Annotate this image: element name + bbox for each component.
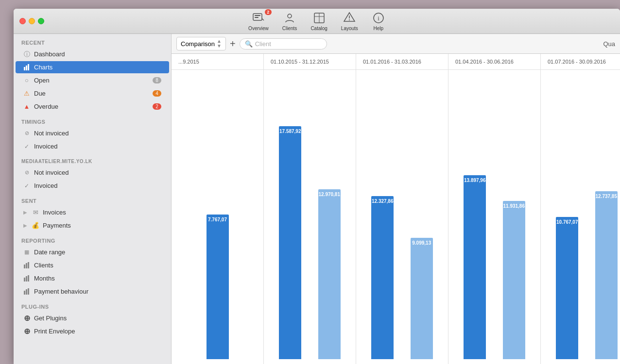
svg-rect-19 [24, 291, 25, 295]
maximize-button[interactable] [38, 18, 44, 24]
bar-0-0: 7.767,07 [207, 75, 229, 359]
toolbar-item-clients[interactable]: Clients [282, 11, 297, 31]
bar-value-2-0: 12.327,86 [372, 199, 394, 204]
svg-rect-15 [28, 262, 29, 268]
comparison-dropdown[interactable]: Comparison ▲▼ [176, 37, 226, 50]
svg-rect-14 [26, 263, 27, 268]
due-label: Due [34, 90, 46, 97]
main-toolbar: 2 Overview Clients [248, 11, 385, 31]
overview-icon [252, 11, 265, 25]
plugins-section-label: PLUG-INS [14, 298, 171, 312]
catalog-icon [312, 11, 326, 25]
bar-1-0: 17.587,92 [279, 75, 301, 359]
bar-2-0: 12.327,86 [371, 75, 394, 359]
layouts-label: Layouts [341, 26, 358, 31]
invoiced-timings-label: Invoiced [34, 143, 57, 150]
traffic-lights [19, 18, 44, 24]
chart-header-2: 01.01.2016 - 31.03.2016 [356, 54, 448, 69]
months-icon [23, 275, 30, 282]
invoiced-timings-icon: ✓ [23, 143, 30, 150]
svg-rect-1 [255, 15, 260, 16]
chart-header-3: 01.04.2016 - 30.06.2016 [448, 54, 541, 69]
svg-rect-10 [24, 67, 25, 70]
chart-body: 7.767,0717.587,9212.970,8112.327,869.099… [172, 70, 620, 364]
sidebar-item-not-invoiced-timings[interactable]: ⊘ Not invoiced [16, 127, 169, 139]
minimize-button[interactable] [29, 18, 35, 24]
bar-1-1: 12.970,81 [318, 75, 341, 359]
payment-behaviour-icon [23, 288, 30, 295]
bar-fill-2-1: 9.099,13 [411, 238, 433, 359]
sidebar-item-invoices[interactable]: ▶ ✉ Invoices [16, 206, 169, 218]
chart-icon [23, 64, 30, 71]
overdue-badge: 2 [153, 103, 161, 110]
chart-header-4: 01.07.2016 - 30.09.2016 [541, 54, 620, 69]
sidebar-item-charts[interactable]: Charts [16, 61, 169, 73]
info-icon: ⓘ [23, 51, 30, 58]
close-button[interactable] [19, 18, 26, 24]
bar-value-1-1: 12.970,81 [319, 192, 341, 197]
help-icon: i [372, 11, 385, 25]
clients-label: Clients [282, 26, 297, 31]
not-invoiced-client-label: Not invoiced [34, 169, 69, 176]
overdue-label: Overdue [34, 103, 58, 110]
chart-column-2: 12.327,869.099,13 [356, 70, 448, 364]
sidebar-item-payments[interactable]: ▶ 💰 Payments [16, 219, 169, 232]
bar-fill-3-1: 11.931,86 [503, 201, 525, 359]
payment-behaviour-label: Payment behaviour [34, 288, 88, 295]
layouts-icon [343, 11, 356, 25]
toolbar-item-layouts[interactable]: Layouts [341, 11, 358, 31]
sidebar-item-print-envelope[interactable]: ⊕ Print Envelope [16, 325, 169, 337]
charts-label: Charts [34, 64, 52, 71]
sidebar-item-get-plugins[interactable]: ⊕ Get Plugins [16, 312, 169, 324]
sidebar-item-due[interactable]: ⚠ Due 4 [16, 87, 169, 99]
sidebar-item-clients[interactable]: Clients [16, 259, 169, 271]
sidebar-item-payment-behaviour[interactable]: Payment behaviour [16, 285, 169, 298]
print-envelope-icon: ⊕ [23, 328, 30, 335]
content-area: Comparison ▲▼ + 🔍 Client Qua ...9.201501… [172, 34, 620, 364]
bar-fill-3-0: 13.897,96 [464, 175, 486, 359]
sidebar-item-not-invoiced-client[interactable]: ⊘ Not invoiced [16, 166, 169, 179]
bar-value-1-0: 17.587,92 [279, 129, 301, 134]
svg-point-3 [288, 14, 292, 18]
sidebar-item-dashboard[interactable]: ⓘ Dashboard [16, 48, 169, 60]
svg-rect-2 [255, 17, 258, 18]
svg-rect-16 [24, 278, 25, 281]
print-envelope-label: Print Envelope [34, 328, 75, 335]
svg-rect-17 [26, 276, 27, 281]
sidebar-item-invoiced-timings[interactable]: ✓ Invoiced [16, 140, 169, 152]
toolbar-item-catalog[interactable]: Catalog [310, 11, 327, 31]
toolbar-item-help[interactable]: i Help [372, 11, 385, 31]
search-icon: 🔍 [245, 40, 253, 48]
add-comparison-button[interactable]: + [230, 39, 236, 49]
dashboard-label: Dashboard [34, 50, 65, 58]
bar-2-1: 9.099,13 [411, 75, 433, 359]
date-range-label: Date range [34, 248, 65, 256]
sidebar-item-months[interactable]: Months [16, 272, 169, 284]
clients-reporting-label: Clients [34, 262, 53, 269]
not-invoiced-timings-label: Not invoiced [34, 130, 69, 137]
app-window: 2 Overview Clients [14, 9, 620, 364]
sidebar-item-open[interactable]: ○ Open 8 [16, 74, 169, 86]
client-section-label: MEDIAATELIER.MITE.YO.LK [14, 153, 171, 166]
due-icon: ⚠ [23, 90, 30, 97]
bar-3-1: 11.931,86 [503, 75, 525, 359]
bar-value-3-1: 11.931,86 [503, 203, 525, 209]
client-search[interactable]: 🔍 Client [240, 38, 327, 50]
toolbar-row: Comparison ▲▼ + 🔍 Client Qua [172, 34, 620, 54]
chart-header: ...9.201501.10.2015 - 31.12.201501.01.20… [172, 54, 620, 70]
svg-rect-13 [24, 265, 25, 268]
sidebar-item-overdue[interactable]: ▲ Overdue 2 [16, 100, 169, 113]
sent-section-label: SENT [14, 192, 171, 206]
recent-section-label: RECENT [14, 34, 171, 48]
svg-point-7 [349, 19, 350, 20]
sidebar-item-invoiced-client[interactable]: ✓ Invoiced [16, 180, 169, 192]
svg-rect-12 [28, 64, 29, 70]
bar-fill-4-1: 12.737,85 [595, 191, 618, 359]
toolbar-item-overview[interactable]: 2 Overview [248, 11, 269, 31]
search-placeholder: Client [255, 40, 271, 48]
bar-4-1: 12.737,85 [595, 75, 618, 359]
overview-label: Overview [248, 26, 269, 31]
sidebar-item-date-range[interactable]: ▦ Date range [16, 246, 169, 258]
invoiced-client-label: Invoiced [34, 182, 57, 189]
payments-icon: 💰 [32, 222, 39, 229]
